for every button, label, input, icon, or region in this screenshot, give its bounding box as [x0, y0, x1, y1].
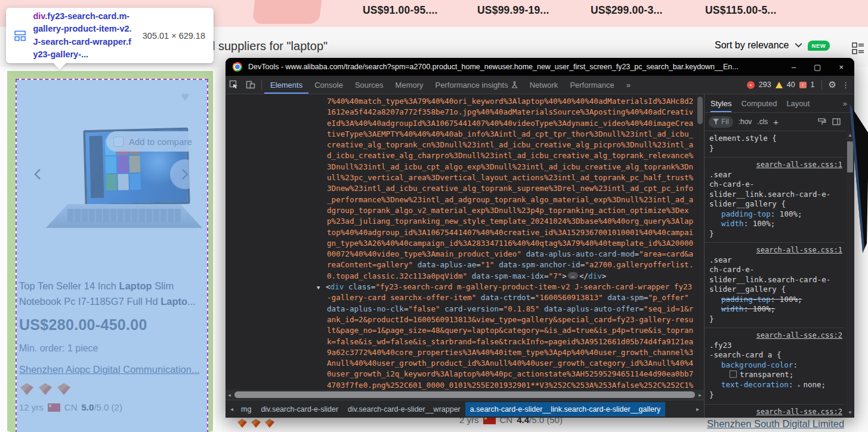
css-selector[interactable]: slider__gallery {: [709, 285, 842, 295]
styles-tab-styles[interactable]: Styles: [711, 94, 731, 112]
css-selector[interactable]: ch-card-e-: [709, 180, 842, 190]
devtools-tab-elements[interactable]: Elements: [264, 76, 308, 94]
top-price[interactable]: US$91.00-95....: [363, 4, 438, 17]
sort-label[interactable]: Sort by relevance: [715, 40, 789, 51]
css-rule[interactable]: search-all-sse.css:1.search-card-e-slide…: [705, 158, 845, 243]
issues-count[interactable]: 1: [811, 81, 815, 89]
dom-tree-line[interactable]: top%40%40adgroup_id%3A10675441407%40%40c…: [327, 227, 704, 238]
devtools-tab-network[interactable]: Network: [524, 76, 564, 94]
devtools-window[interactable]: DevTools - www.alibaba.com/trade/search?…: [226, 58, 854, 418]
top-price[interactable]: US$115.00-5...: [705, 4, 777, 17]
devtools-tab-sources[interactable]: Sources: [349, 76, 390, 94]
dom-tree-line[interactable]: 3Dnull%23intl_ad_icbu_cpt_algo_exp%3Dnul…: [327, 162, 704, 172]
view-layout-icon[interactable]: [852, 42, 864, 54]
minimize-button[interactable]: –: [792, 63, 796, 72]
warning-icon[interactable]: [776, 82, 783, 88]
css-rule[interactable]: search-all-sse.css:1.search-card-e-slide…: [705, 243, 845, 328]
styles-tab-layout[interactable]: Layout: [786, 94, 810, 112]
dom-tree-line[interactable]: ank_id=2&productId=1600560913813&view_ty…: [327, 314, 704, 325]
dom-tree-line[interactable]: d_icbu_creative_alg_charpro%3Dnull%23int…: [327, 150, 704, 161]
dom-tree-line[interactable]: data-aplus-no-clk="false" card-version="…: [327, 304, 704, 314]
dom-tree-line[interactable]: tiveType%3AEMPTY%40%40%40%40ab_info%3Ain…: [327, 129, 704, 140]
css-selector[interactable]: .fy23: [709, 416, 842, 418]
close-button[interactable]: ×: [839, 63, 844, 72]
css-value[interactable]: transparent;: [709, 370, 842, 380]
dom-tree-line[interactable]: 4703f7fe0.png%252C601_0000_0101%255E2019…: [327, 380, 704, 390]
devtools-titlebar[interactable]: DevTools - www.alibaba.com/trade/search?…: [226, 58, 854, 76]
stylesheet-link[interactable]: search-all-sse.css:2: [756, 331, 843, 340]
css-selector[interactable]: -search-card a {: [709, 350, 842, 360]
dom-tree-line[interactable]: k=false&is_wd=false&is_starbrand=false&t…: [327, 337, 704, 347]
dom-tree-line[interactable]: dgroup_toprank_algo_v2_material_exp%3Dnu…: [327, 205, 704, 216]
maximize-button[interactable]: ▢: [814, 63, 821, 72]
dom-tree-line[interactable]: gn_type%3A26%40%40campaign_id%3A28334711…: [327, 238, 704, 249]
devtools-tab-performance[interactable]: Performance: [564, 76, 620, 94]
dom-tree-line[interactable]: lt&page_no=1&page_size=48&query=laptop&c…: [327, 325, 704, 336]
element-style-rule[interactable]: element.style {}: [705, 131, 845, 158]
sort-control[interactable]: Sort by relevance NEW: [715, 40, 830, 51]
css-rule[interactable]: search-all-sse.css:2.fy23-search-card a …: [705, 328, 845, 405]
dom-tree-line[interactable]: 00072%40%40video_type%3Amain_product_vid…: [327, 249, 704, 260]
top-price[interactable]: US$99.99-19...: [477, 4, 549, 17]
scroll-left-arrow[interactable]: ◂: [226, 392, 233, 398]
stylesheet-link[interactable]: search-all-sse.css:1: [756, 161, 843, 169]
error-icon[interactable]: ×: [747, 81, 755, 89]
breadcrumb-item[interactable]: a.search-card-e-slider__link.search-card…: [465, 402, 666, 416]
styles-tab-computed[interactable]: Computed: [741, 94, 777, 112]
css-selector[interactable]: slider__gallery {: [709, 199, 842, 209]
more-tabs-button[interactable]: »: [626, 81, 632, 90]
css-declaration[interactable]: width: 100%;: [709, 219, 842, 229]
css-declaration[interactable]: text-decoration: ▸none;: [709, 380, 842, 391]
dom-tree-line[interactable]: 0user_growth_i2q_keyword%3Alaptop%40%40p…: [327, 369, 704, 379]
dom-tree-line[interactable]: p%23ad_juliang_topranking_new_style_temp…: [327, 216, 704, 227]
inspect-element-icon[interactable]: [226, 80, 242, 90]
dom-tree-line[interactable]: 0.topad_classic.32c113a0pqVidm" data-spm…: [327, 271, 704, 282]
new-style-rule-button[interactable]: +: [773, 117, 779, 127]
css-rule[interactable]: search-all-sse.css:2.fy23: [705, 405, 845, 418]
css-declaration[interactable]: width: 100%;: [709, 304, 842, 314]
dom-tree-line[interactable]: reaContent=gallery" data-aplus-ae="1" da…: [327, 260, 704, 270]
vertical-scrollbar[interactable]: [697, 97, 703, 124]
styles-scrollbar[interactable]: ▲ ▼: [846, 131, 854, 418]
devtools-tab-memory[interactable]: Memory: [390, 76, 430, 94]
dom-tree-line[interactable]: 7%40%40match_type%3A79%40%40ori_keyword%…: [327, 96, 704, 107]
sidebar-toggle-icon[interactable]: [832, 118, 841, 126]
warning-count[interactable]: 40: [787, 81, 795, 89]
style-rules-list[interactable]: element.style {}search-all-sse.css:1.sea…: [705, 131, 854, 418]
dom-tree-line[interactable]: eId%3A%40%40adgroupId%3A10675441407%40%4…: [327, 118, 704, 129]
scrollbar-thumb[interactable]: [847, 141, 853, 172]
css-declaration[interactable]: background-color:: [709, 360, 842, 371]
dom-tree-line[interactable]: 3Dnew%23intl_ad_icbu_creative_alg_topran…: [327, 183, 704, 194]
css-selector[interactable]: ch-card-e-: [709, 265, 842, 275]
scroll-down-arrow[interactable]: ▼: [848, 410, 852, 415]
device-toolbar-icon[interactable]: [242, 80, 259, 90]
css-selector[interactable]: .fy23: [709, 341, 842, 351]
elements-tree-panel[interactable]: 7%40%40match_type%3A79%40%40ori_keyword%…: [226, 94, 704, 418]
css-selector[interactable]: slider__link.search-card-e-: [709, 275, 842, 285]
devtools-tab-performance-insights[interactable]: Performance insights: [430, 76, 524, 94]
supplier-link-2[interactable]: Shenzhen South Digital Limited: [707, 418, 844, 430]
filter-input[interactable]: Fil: [709, 116, 733, 128]
css-declaration[interactable]: padding-top: 100%;: [709, 209, 842, 220]
dom-tree-line[interactable]: -gallery-card searchx-offer-item" data-c…: [327, 292, 704, 303]
dom-tree-line[interactable]: Anull%40%40user_growth_product_id%3Anull…: [327, 358, 704, 369]
css-selector[interactable]: slider__link.search-card-e-: [709, 190, 842, 200]
error-count[interactable]: 293: [759, 81, 771, 89]
scroll-up-arrow[interactable]: ▲: [848, 132, 852, 138]
breadcrumb-item[interactable]: mg: [236, 402, 256, 416]
stylesheet-link[interactable]: search-all-sse.css:1: [756, 246, 843, 254]
devtools-tab-console[interactable]: Console: [308, 76, 349, 94]
issues-icon[interactable]: !: [799, 82, 807, 88]
breadcrumb-item[interactable]: div.search-card-e-slider: [256, 402, 343, 416]
scrollbar-thumb[interactable]: [234, 391, 695, 398]
breadcrumb-item[interactable]: div.search-card-e-slider__wrapper: [343, 402, 465, 416]
dom-tree[interactable]: 7%40%40match_type%3A79%40%40ori_keyword%…: [226, 94, 704, 390]
styles-sidebar[interactable]: StylesComputedLayout » Fil :hov .cls + e…: [704, 94, 854, 418]
dom-tree-line[interactable]: creative_alg_toprank_cn%3Dnull%23intl_ad…: [327, 140, 704, 150]
kebab-menu-icon[interactable]: ⋮: [842, 81, 850, 90]
stylesheet-link[interactable]: search-all-sse.css:2: [756, 408, 843, 416]
dom-tree-line[interactable]: ull%23pc_vertical_area%3Dvertical_layout…: [327, 172, 704, 183]
settings-gear-icon[interactable]: ⚙: [829, 79, 836, 90]
dom-tree-line[interactable]: ▼<div class="fy23-search-card m-gallery-…: [327, 282, 704, 292]
element-classes-button[interactable]: .cls: [757, 118, 768, 126]
